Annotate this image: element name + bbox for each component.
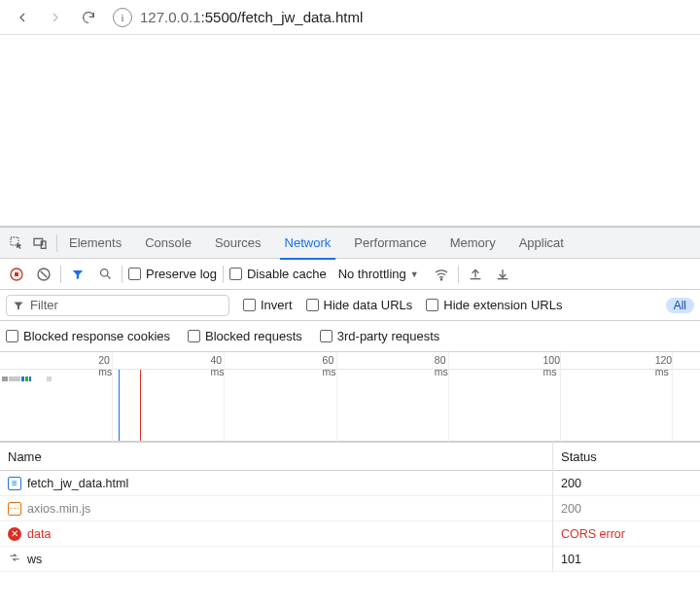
column-header-name[interactable]: Name [0, 442, 552, 471]
devtools-tab-strip: Elements Console Sources Network Perform… [0, 228, 700, 259]
svg-point-7 [440, 278, 441, 279]
svg-rect-4 [15, 272, 18, 276]
chevron-down-icon: ▼ [410, 269, 419, 279]
tab-console[interactable]: Console [133, 228, 203, 259]
blocked-response-cookies-checkbox[interactable]: Blocked response cookies [6, 329, 170, 343]
status-cell: 200 [553, 496, 700, 521]
separator [223, 266, 224, 283]
device-toggle-icon[interactable] [29, 233, 51, 254]
load-marker [140, 370, 141, 441]
page-content-blank [0, 35, 700, 226]
extra-filter-bar: Blocked response cookies Blocked request… [0, 321, 700, 352]
forward-button[interactable] [41, 3, 70, 32]
third-party-checkbox[interactable]: 3rd-party requests [320, 329, 440, 343]
export-har-icon[interactable] [492, 264, 513, 285]
network-conditions-icon[interactable] [431, 264, 452, 285]
timeline-mini-bars [2, 376, 52, 381]
separator [458, 266, 459, 283]
search-icon[interactable] [94, 264, 116, 285]
column-header-status[interactable]: Status [553, 442, 700, 471]
document-icon: ≡ [8, 477, 21, 490]
throttling-select[interactable]: No throttling ▼ [332, 267, 425, 281]
timeline-overview[interactable]: 20 ms 40 ms 60 ms 80 ms 100 ms 120 ms [0, 352, 700, 442]
request-name: fetch_jw_data.html [27, 477, 128, 490]
script-icon: ⋯ [8, 502, 21, 516]
site-info-icon[interactable]: i [113, 8, 132, 27]
url-bar[interactable]: i 127.0.0.1:5500/fetch_jw_data.html [113, 3, 692, 32]
record-button[interactable] [6, 264, 27, 285]
request-table: Name ≡ fetch_jw_data.html ⋯ axios.min.js… [0, 442, 700, 572]
filter-type-all[interactable]: All [666, 298, 694, 313]
filter-toggle-icon[interactable] [67, 264, 88, 285]
url-text: 127.0.0.1:5500/fetch_jw_data.html [140, 9, 363, 25]
network-toolbar: Preserve log Disable cache No throttling… [0, 259, 700, 290]
filter-placeholder: Filter [30, 298, 58, 312]
domcontentloaded-marker [119, 370, 120, 441]
status-cell: 200 [553, 471, 700, 496]
back-button[interactable] [8, 3, 37, 32]
status-cell: 101 [553, 547, 700, 572]
websocket-icon [8, 551, 21, 567]
tab-performance[interactable]: Performance [342, 228, 438, 259]
status-cell: CORS error [553, 521, 700, 547]
table-row[interactable]: ws [0, 547, 552, 572]
reload-button[interactable] [74, 3, 103, 32]
svg-point-6 [100, 269, 108, 277]
table-row[interactable]: ≡ fetch_jw_data.html [0, 471, 552, 496]
blocked-requests-checkbox[interactable]: Blocked requests [188, 329, 302, 343]
table-row[interactable]: ⋯ axios.min.js [0, 496, 552, 521]
disable-cache-checkbox[interactable]: Disable cache [229, 267, 327, 281]
tab-elements[interactable]: Elements [57, 228, 133, 259]
filter-input[interactable]: Filter [6, 295, 229, 316]
browser-nav-bar: i 127.0.0.1:5500/fetch_jw_data.html [0, 0, 700, 35]
hide-data-urls-checkbox[interactable]: Hide data URLs [306, 298, 413, 312]
tab-application[interactable]: Applicat [508, 228, 564, 259]
separator [122, 266, 122, 283]
inspect-element-icon[interactable] [6, 233, 27, 254]
request-name: ws [27, 553, 42, 566]
preserve-log-checkbox[interactable]: Preserve log [128, 267, 217, 281]
table-row[interactable]: ✕ data [0, 521, 552, 547]
request-name: axios.min.js [27, 502, 90, 516]
clear-button[interactable] [33, 264, 54, 285]
separator [60, 266, 61, 283]
error-icon: ✕ [8, 527, 21, 541]
tab-memory[interactable]: Memory [438, 228, 508, 259]
tab-sources[interactable]: Sources [203, 228, 273, 259]
devtools-panel: Elements Console Sources Network Perform… [0, 226, 700, 572]
invert-checkbox[interactable]: Invert [243, 298, 293, 312]
hide-extension-urls-checkbox[interactable]: Hide extension URLs [426, 298, 562, 312]
import-har-icon[interactable] [465, 264, 486, 285]
filter-bar: Filter Invert Hide data URLs Hide extens… [0, 290, 700, 321]
tab-network[interactable]: Network [273, 228, 343, 259]
request-name: data [27, 527, 51, 541]
